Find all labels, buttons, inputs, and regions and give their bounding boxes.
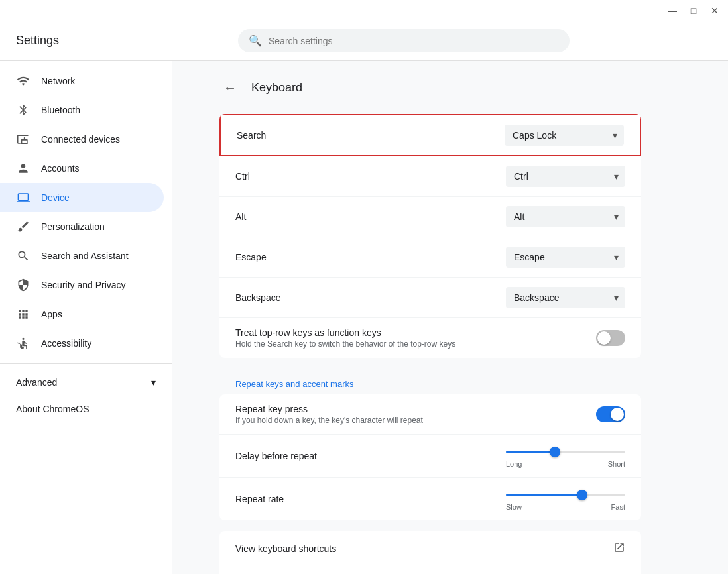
main-inner: ← Keyboard Search Caps Lock Search Ctrl … <box>198 61 662 574</box>
backspace-key-select[interactable]: Backspace Search Ctrl Delete Disabled <box>506 287 625 308</box>
external-link-icon <box>613 542 625 556</box>
delay-before-repeat-row: Delay before repeat Long Short <box>219 435 641 478</box>
shield-icon <box>16 278 30 292</box>
svg-point-0 <box>22 338 24 340</box>
accessibility-icon <box>16 337 30 350</box>
delay-slider[interactable] <box>506 451 625 453</box>
repeat-key-press-desc: If you hold down a key, the key's charac… <box>235 416 596 425</box>
search-key-label: Search <box>237 130 266 141</box>
back-button[interactable]: ← <box>219 77 241 98</box>
search-input[interactable] <box>269 36 559 46</box>
escape-key-row: Escape Escape Search Ctrl Alt Disabled <box>219 237 641 278</box>
sidebar-label-network: Network <box>41 76 75 86</box>
repeat-rate-slider-container: Slow Fast <box>493 487 625 511</box>
delay-label: Delay before repeat <box>235 451 317 461</box>
search-nav-icon <box>16 249 30 262</box>
backspace-key-row: Backspace Backspace Search Ctrl Delete D… <box>219 278 641 318</box>
delay-slider-labels: Long Short <box>506 460 625 468</box>
function-keys-row: Treat top-row keys as function keys Hold… <box>219 318 641 358</box>
repeat-rate-slider[interactable] <box>506 494 625 496</box>
alt-key-select[interactable]: Alt Search Ctrl Escape Disabled <box>506 206 625 227</box>
sidebar-label-device: Device <box>41 192 70 203</box>
grid-icon <box>16 308 30 321</box>
delay-slider-container: Long Short <box>493 444 625 468</box>
function-keys-label: Treat top-row keys as function keys <box>235 327 596 338</box>
escape-key-dropdown-wrapper[interactable]: Escape Search Ctrl Alt Disabled <box>506 247 625 268</box>
main-content: ← Keyboard Search Caps Lock Search Ctrl … <box>172 61 688 574</box>
function-keys-toggle[interactable] <box>596 330 625 346</box>
links-section: View keyboard shortcuts Change input set… <box>219 531 641 574</box>
view-shortcuts-label: View keyboard shortcuts <box>235 544 336 554</box>
sidebar-item-personalization[interactable]: Personalization <box>0 212 164 241</box>
delay-slider-wrapper <box>506 444 625 456</box>
close-button[interactable]: ✕ <box>707 3 723 19</box>
view-shortcuts-row[interactable]: View keyboard shortcuts <box>219 531 641 567</box>
person-icon <box>16 162 30 175</box>
sidebar-item-device[interactable]: Device <box>0 183 164 212</box>
sidebar-item-network[interactable]: Network <box>0 66 164 95</box>
sidebar-item-security-privacy[interactable]: Security and Privacy <box>0 270 164 300</box>
sidebar-label-personalization: Personalization <box>41 221 105 232</box>
sidebar-label-accounts: Accounts <box>41 163 80 174</box>
backspace-key-dropdown-wrapper[interactable]: Backspace Search Ctrl Delete Disabled <box>506 287 625 308</box>
search-bar: 🔍 <box>238 29 570 52</box>
escape-key-select[interactable]: Escape Search Ctrl Alt Disabled <box>506 247 625 268</box>
escape-key-label: Escape <box>235 252 267 262</box>
sidebar-divider <box>0 363 172 364</box>
ctrl-key-select[interactable]: Ctrl Search Alt Escape Disabled <box>506 166 625 187</box>
sidebar-label-connected-devices: Connected devices <box>41 134 120 144</box>
content-area: Network Bluetooth Connected devices Acco… <box>0 61 728 574</box>
minimize-button[interactable]: — <box>664 3 680 19</box>
sidebar-label-bluetooth: Bluetooth <box>41 105 80 115</box>
backspace-key-label: Backspace <box>235 292 280 303</box>
search-key-select[interactable]: Caps Lock Search Ctrl Alt Escape Disable… <box>505 125 624 146</box>
sidebar-item-connected-devices[interactable]: Connected devices <box>0 125 164 154</box>
search-icon: 🔍 <box>249 34 262 47</box>
function-keys-desc: Hold the Search key to switch the behavi… <box>235 339 596 349</box>
page-title: Keyboard <box>251 81 302 95</box>
repeat-keys-section: Repeat key press If you hold down a key,… <box>219 394 641 520</box>
keyboard-remap-section: Search Caps Lock Search Ctrl Alt Escape … <box>219 114 641 358</box>
rate-min-label: Slow <box>506 503 522 511</box>
sidebar-item-about[interactable]: About ChromeOS <box>0 396 164 422</box>
sidebar-item-accessibility[interactable]: Accessibility <box>0 329 164 358</box>
function-keys-text: Treat top-row keys as function keys Hold… <box>235 327 596 349</box>
about-label: About ChromeOS <box>16 404 90 414</box>
chevron-down-icon: ▾ <box>151 377 156 388</box>
rate-max-label: Fast <box>611 503 625 511</box>
devices-icon <box>16 133 30 146</box>
sidebar-item-apps[interactable]: Apps <box>0 300 164 329</box>
sidebar-label-accessibility: Accessibility <box>41 338 91 349</box>
ctrl-key-row: Ctrl Ctrl Search Alt Escape Disabled <box>219 156 641 197</box>
repeat-rate-slider-wrapper <box>506 487 625 499</box>
sidebar-label-apps: Apps <box>41 309 62 319</box>
repeat-key-press-label: Repeat key press <box>235 404 596 414</box>
bluetooth-icon <box>16 103 30 117</box>
sidebar-label-search-assistant: Search and Assistant <box>41 251 129 261</box>
sidebar-item-bluetooth[interactable]: Bluetooth <box>0 95 164 125</box>
app-header: Settings 🔍 <box>0 21 728 61</box>
change-input-row[interactable]: Change input settings › <box>219 567 641 574</box>
delay-min-label: Long <box>506 460 522 468</box>
sidebar-item-accounts[interactable]: Accounts <box>0 154 164 183</box>
ctrl-key-dropdown-wrapper[interactable]: Ctrl Search Alt Escape Disabled <box>506 166 625 187</box>
repeat-rate-slider-labels: Slow Fast <box>506 503 625 511</box>
maximize-button[interactable]: □ <box>686 3 701 19</box>
ctrl-key-label: Ctrl <box>235 171 250 182</box>
right-panel <box>688 61 728 574</box>
advanced-label: Advanced <box>16 377 57 388</box>
sidebar-item-advanced[interactable]: Advanced ▾ <box>0 369 172 396</box>
laptop-icon <box>16 191 30 204</box>
brush-icon <box>16 220 30 233</box>
app-title: Settings <box>16 34 82 48</box>
repeat-section-title: Repeat keys and accent marks <box>219 369 641 394</box>
alt-key-label: Alt <box>235 211 246 222</box>
sidebar: Network Bluetooth Connected devices Acco… <box>0 61 172 574</box>
repeat-key-press-row: Repeat key press If you hold down a key,… <box>219 394 641 435</box>
alt-key-dropdown-wrapper[interactable]: Alt Search Ctrl Escape Disabled <box>506 206 625 227</box>
repeat-key-press-toggle[interactable] <box>596 406 625 422</box>
repeat-rate-label: Repeat rate <box>235 494 284 504</box>
search-key-dropdown-wrapper[interactable]: Caps Lock Search Ctrl Alt Escape Disable… <box>505 125 624 146</box>
alt-key-row: Alt Alt Search Ctrl Escape Disabled <box>219 197 641 237</box>
sidebar-item-search-assistant[interactable]: Search and Assistant <box>0 241 164 270</box>
